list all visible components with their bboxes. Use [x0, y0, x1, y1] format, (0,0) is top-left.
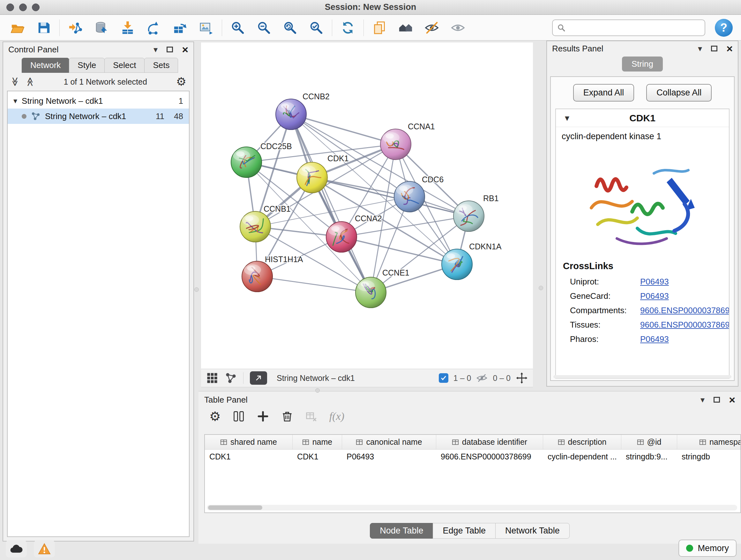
gene-header[interactable]: ▾ CDK1 [556, 109, 729, 127]
home-button[interactable] [396, 18, 415, 37]
warning-status-button[interactable] [34, 540, 55, 557]
panel-float-icon[interactable] [711, 46, 718, 51]
import-network-database-button[interactable] [92, 18, 111, 37]
zoom-out-button[interactable] [255, 18, 273, 37]
help-button[interactable]: ? [715, 19, 733, 37]
network-node-CDKN1A[interactable] [442, 249, 472, 280]
cloud-status-button[interactable] [6, 540, 27, 557]
network-node-CCNB1[interactable] [240, 211, 271, 242]
splitter-handle[interactable] [194, 287, 199, 292]
zoom-selected-button[interactable] [307, 18, 326, 37]
table-cell[interactable]: CDK1 [205, 452, 293, 461]
export-image-button[interactable] [197, 18, 215, 37]
import-network-file-button[interactable] [66, 18, 84, 37]
crosslink-link[interactable]: P06493 [640, 277, 669, 287]
panel-close-icon[interactable]: × [726, 43, 733, 54]
window-zoom-button[interactable] [32, 3, 40, 11]
crosslink-link[interactable]: 9606.ENSP00000378699 [640, 320, 730, 330]
network-overview-icon[interactable] [225, 372, 237, 384]
tab-style[interactable]: Style [69, 58, 105, 73]
crosslink-link[interactable]: P06493 [640, 334, 669, 344]
open-session-button[interactable] [8, 18, 27, 37]
tab-sets[interactable]: Sets [144, 58, 178, 73]
splitter-handle[interactable] [539, 286, 543, 290]
splitter-handle[interactable] [315, 388, 320, 393]
table-cell[interactable]: cyclin-dependent ... [543, 452, 621, 461]
panel-float-icon[interactable] [166, 47, 173, 52]
save-session-button[interactable] [35, 18, 53, 37]
tab-select[interactable]: Select [105, 58, 145, 73]
column-header-namespace[interactable]: namespace [677, 435, 741, 449]
import-table-file-button[interactable] [118, 18, 137, 37]
column-header-shared-name[interactable]: shared name [205, 435, 293, 449]
show-graphics-details-button[interactable] [449, 18, 467, 37]
table-cell[interactable]: P06493 [342, 452, 436, 461]
table-cell[interactable]: CDK1 [293, 452, 342, 461]
network-canvas[interactable]: CCNB2CCNA1CDC25BCDK1CDC6RB1CCNB1CCNA2CDK… [201, 43, 533, 369]
column-header-name[interactable]: name [293, 435, 342, 449]
network-node-CCNB2[interactable] [276, 99, 307, 130]
panel-menu-icon[interactable]: ▾ [700, 395, 704, 404]
network-collection-row[interactable]: ▾ String Network – cdk1 1 [8, 93, 189, 109]
network-options-gear-icon[interactable]: ⚙ [176, 76, 186, 87]
network-node-CDK1[interactable] [297, 162, 327, 193]
hide-annotations-button[interactable] [422, 18, 441, 37]
search-input[interactable] [569, 23, 700, 33]
expand-all-button[interactable]: Expand All [573, 84, 634, 102]
table-horizontal-scrollbar[interactable] [207, 505, 737, 510]
network-node-CDC25B[interactable] [231, 147, 262, 178]
collapse-all-networks-icon[interactable]: ≫ [25, 77, 35, 86]
panel-float-icon[interactable] [714, 397, 720, 402]
birdseye-view-icon[interactable] [206, 372, 218, 384]
network-node-CCNA2[interactable] [326, 222, 357, 252]
network-node-HIST1H1A[interactable] [242, 261, 273, 292]
tab-edge-table[interactable]: Edge Table [433, 523, 495, 539]
tab-node-table[interactable]: Node Table [370, 523, 433, 539]
home-icon [398, 20, 413, 35]
panel-menu-icon[interactable]: ▾ [698, 44, 702, 53]
column-header-description[interactable]: description [543, 435, 621, 449]
tab-network-table[interactable]: Network Table [495, 523, 569, 539]
network-node-RB1[interactable] [454, 201, 484, 232]
collapse-section-icon[interactable]: ▾ [556, 113, 578, 123]
delete-column-trash-icon[interactable] [281, 410, 293, 423]
disclosure-triangle-icon[interactable]: ▾ [13, 97, 17, 105]
zoom-in-button[interactable] [228, 18, 247, 37]
column-header-canonical-name[interactable]: canonical name [342, 435, 436, 449]
tab-string[interactable]: String [622, 57, 663, 71]
network-node-CCNE1[interactable] [355, 277, 386, 308]
results-scrollbar[interactable] [553, 375, 731, 378]
tab-network[interactable]: Network [22, 58, 69, 73]
column-header-@id[interactable]: @id [621, 435, 677, 449]
crosslink-link[interactable]: P06493 [640, 291, 669, 301]
network-node-CCNA1[interactable] [381, 129, 411, 160]
zoom-fit-button[interactable] [281, 18, 299, 37]
table-cell[interactable]: 9606.ENSP00000378699 [436, 452, 543, 461]
window-minimize-button[interactable] [19, 3, 27, 11]
table-row[interactable]: CDK1CDK1P064939606.ENSP00000378699cyclin… [205, 449, 740, 463]
refresh-button[interactable] [339, 18, 357, 37]
new-network-button[interactable] [145, 18, 163, 37]
collapse-all-button[interactable]: Collapse All [646, 84, 712, 102]
table-cell[interactable]: stringdb [677, 452, 741, 461]
table-options-gear-icon[interactable]: ⚙ [209, 410, 221, 423]
column-header-database-identifier[interactable]: database identifier [436, 435, 543, 449]
panel-close-icon[interactable]: × [729, 394, 735, 405]
scrollbar-thumb[interactable] [208, 505, 262, 510]
duplicate-button[interactable] [370, 18, 389, 37]
create-column-plus-icon[interactable] [257, 410, 269, 423]
crosslink-link[interactable]: 9606.ENSP00000378699 [640, 306, 730, 315]
show-columns-icon[interactable] [232, 410, 245, 423]
network-node-CDC6[interactable] [394, 181, 425, 212]
network-row-selected[interactable]: String Network – cdk1 11 48 [8, 109, 189, 124]
window-close-button[interactable] [6, 3, 14, 11]
annotation-mode-button[interactable] [250, 371, 267, 385]
export-table-button[interactable] [171, 18, 189, 37]
table-cell[interactable]: stringdb:9... [621, 452, 677, 461]
pan-move-icon[interactable] [516, 372, 528, 384]
selected-items-checkbox[interactable] [439, 373, 448, 383]
memory-button[interactable]: Memory [678, 540, 737, 557]
expand-all-networks-icon[interactable]: ≫ [10, 77, 19, 86]
panel-close-icon[interactable]: × [182, 44, 188, 55]
panel-menu-icon[interactable]: ▾ [153, 45, 158, 54]
